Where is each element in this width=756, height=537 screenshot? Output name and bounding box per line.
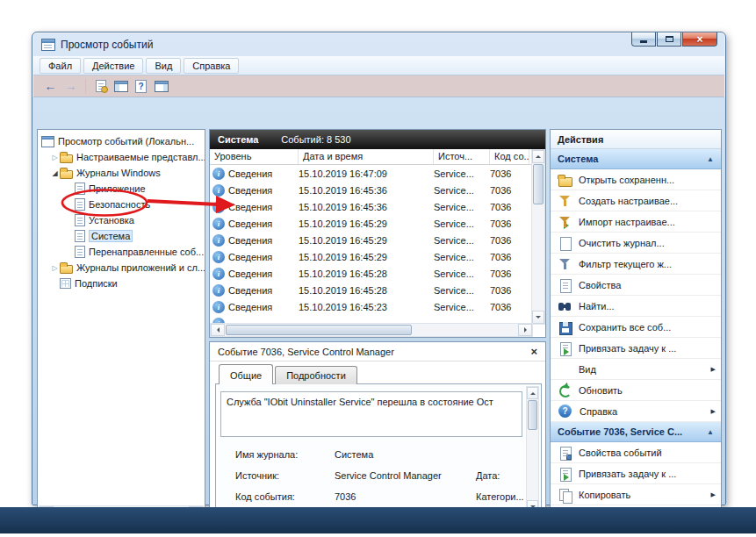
action-attach-task-event[interactable]: Привязать задачу к ... (551, 463, 721, 484)
event-level: Сведения (228, 268, 272, 279)
tree-item-security[interactable]: Безопасность (38, 197, 205, 212)
scrollbar-thumb[interactable] (533, 164, 544, 204)
scroll-up-button[interactable] (527, 387, 538, 399)
action-help[interactable]: ? Справка ▶ (551, 401, 721, 422)
action-open-saved-log[interactable]: Открыть сохраненн... (551, 169, 721, 190)
minimize-icon (640, 40, 647, 43)
action-import-custom-view[interactable]: Импорт настраивае... (551, 211, 721, 233)
info-icon: i (212, 284, 225, 297)
event-source: Service... (434, 285, 490, 296)
info-icon: i (212, 184, 225, 197)
event-code: 7036 (490, 168, 529, 179)
tree-item-root[interactable]: Просмотр событий (Локальн... (38, 133, 205, 149)
action-create-custom-view[interactable]: Создать настраивае... (551, 190, 721, 211)
table-row[interactable]: iСведения 15.10.2019 16:45:29 Service...… (210, 248, 533, 265)
table-row[interactable]: iСведения 15.10.2019 16:45:36 Service...… (210, 198, 533, 215)
scroll-up-button[interactable] (532, 150, 544, 163)
tree-item-windows-logs[interactable]: ◢ Журналы Windows (38, 165, 205, 181)
tab-general[interactable]: Общие (219, 364, 273, 384)
maximize-button[interactable] (657, 32, 681, 47)
scrollbar-thumb[interactable] (226, 325, 412, 335)
action-refresh[interactable]: Обновить (551, 380, 721, 401)
event-source: Service... (434, 302, 490, 312)
action-pane-button[interactable] (151, 77, 171, 96)
tab-details[interactable]: Подробности (275, 366, 357, 384)
action-copy[interactable]: Копировать ▶ (551, 484, 721, 505)
event-description-box[interactable]: Служба "IObit Uninstaller Service" переш… (220, 391, 522, 437)
field-row: Имя журнала: Система (216, 449, 523, 462)
event-source: Service... (434, 218, 490, 229)
actions-pane-title: Действия (551, 130, 721, 149)
tree-item-app-service-logs[interactable]: ▷ Журналы приложений и сл... (38, 260, 205, 276)
table-row[interactable]: iСведения 15.10.2019 16:45:28 Service...… (210, 265, 533, 282)
subscriptions-icon (60, 278, 71, 289)
source-label: Источник: (235, 470, 279, 481)
action-view[interactable]: Вид ▶ (551, 359, 721, 380)
collapse-icon: ▲ (707, 428, 714, 436)
event-datetime: 15.10.2019 16:45:29 (299, 235, 434, 246)
details-vertical-scrollbar[interactable] (526, 386, 539, 513)
list-vertical-scrollbar[interactable] (531, 149, 545, 325)
table-row[interactable]: iСведения 15.10.2019 16:45:23 Service...… (210, 298, 533, 315)
find-icon (558, 299, 572, 313)
action-save-all-events[interactable]: Сохранить все соб... (551, 317, 721, 338)
forward-button[interactable]: → (61, 77, 81, 96)
table-row[interactable]: iСведения 15.10.2019 16:47:09 Service...… (210, 165, 533, 182)
export-log-button[interactable] (90, 77, 111, 96)
submenu-arrow-icon: ▶ (711, 366, 716, 373)
tree-item-custom-views[interactable]: ▷ Настраиваемые представл... (38, 149, 205, 165)
event-datetime: 15.10.2019 16:45:36 (299, 202, 434, 212)
action-label: Очистить журнал... (579, 238, 716, 248)
table-row[interactable]: iСведения 15.10.2019 16:45:29 Service...… (210, 232, 533, 248)
help-button[interactable]: ? (131, 77, 151, 96)
tree-item-application[interactable]: Приложение (38, 181, 205, 197)
import-custom-view-icon (558, 215, 572, 229)
arrow-left-icon (217, 327, 220, 333)
event-source: Service... (434, 202, 490, 212)
tree-item-forwarded-events[interactable]: Перенаправленные соб... (38, 244, 205, 260)
menu-view[interactable]: Вид (146, 58, 181, 74)
action-attach-task[interactable]: Привязать задачу к ... (551, 338, 721, 359)
expander-collapsed-icon[interactable]: ▷ (50, 154, 60, 161)
close-details-icon[interactable]: × (530, 345, 537, 358)
scrollbar-thumb[interactable] (528, 400, 537, 430)
tree-item-label: Подписки (75, 278, 118, 289)
menu-file[interactable]: Файл (40, 58, 81, 74)
action-find[interactable]: Найти... (551, 296, 721, 317)
expander-expanded-icon[interactable]: ◢ (50, 169, 60, 177)
table-row[interactable]: iСведения 15.10.2019 16:45:29 Service...… (210, 215, 533, 232)
column-level[interactable]: Уровень (210, 149, 299, 164)
action-clear-log[interactable]: Очистить журнал... (551, 233, 721, 254)
column-datetime[interactable]: Дата и время (299, 149, 434, 164)
tree-item-subscriptions[interactable]: Подписки (38, 276, 205, 291)
scroll-left-button[interactable] (211, 324, 225, 336)
table-row[interactable]: iСведения 15.10.2019 16:45:28 Service...… (210, 282, 533, 298)
scroll-down-button[interactable] (532, 311, 544, 324)
menu-action[interactable]: Действие (83, 58, 143, 74)
action-filter-current-log[interactable]: Фильтр текущего ж... (551, 254, 721, 275)
list-horizontal-scrollbar[interactable] (210, 323, 533, 337)
info-icon: i (212, 268, 225, 280)
minimize-button[interactable] (631, 32, 656, 47)
action-event-properties[interactable]: Свойства событий (551, 442, 721, 463)
event-code: 7036 (490, 285, 529, 296)
event-code: 7036 (490, 235, 529, 246)
scroll-right-button[interactable] (518, 324, 532, 336)
list-title: Система (218, 134, 258, 145)
close-button[interactable]: × (682, 32, 717, 47)
menu-help[interactable]: Справка (184, 58, 239, 74)
action-properties[interactable]: Свойства (551, 275, 721, 296)
tree-item-setup[interactable]: Установка (38, 212, 205, 228)
column-source[interactable]: Источ... (434, 149, 490, 164)
console-tree-button[interactable] (111, 77, 131, 96)
tree-item-system[interactable]: Система (38, 228, 205, 244)
actions-group-event-header[interactable]: Событие 7036, Service C... ▲ (551, 422, 721, 442)
expander-collapsed-icon[interactable]: ▷ (50, 264, 60, 272)
actions-group-system-header[interactable]: Система ▲ (551, 149, 721, 169)
back-button[interactable]: ← (40, 77, 61, 96)
column-code[interactable]: Код со... (490, 149, 529, 164)
titlebar[interactable]: Просмотр событий × (32, 32, 725, 56)
taskbar[interactable] (0, 507, 756, 533)
table-row[interactable]: iСведения 15.10.2019 16:45:36 Service...… (210, 182, 533, 198)
caption-buttons: × (631, 32, 717, 47)
